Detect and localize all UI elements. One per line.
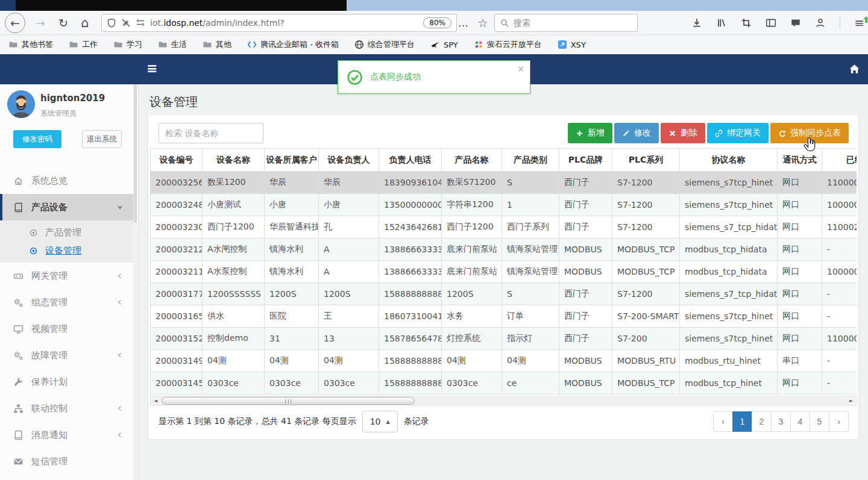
download-icon[interactable]: [691, 17, 702, 28]
account-icon[interactable]: [815, 17, 826, 28]
pager-page-2[interactable]: 2: [752, 411, 772, 432]
sidebar-item-组态管理[interactable]: 组态管理: [0, 289, 134, 316]
sidebar-toggle-icon[interactable]: ≡: [146, 61, 157, 76]
sidebar-item-partial[interactable]: [0, 475, 134, 480]
toast-message: 点表同步成功: [370, 72, 421, 83]
scroll-left-arrow[interactable]: ◄: [151, 396, 160, 405]
table-row[interactable]: 200003212A水闸控制镇海水利A13886663333底来门前泵站镇海泵站…: [151, 238, 857, 261]
scrollbar-thumb[interactable]: [162, 397, 415, 405]
scroll-right-arrow[interactable]: ►: [846, 396, 856, 405]
sidebar-item-保养计划[interactable]: 保养计划: [0, 369, 134, 395]
table-cell: ce: [502, 372, 559, 394]
library-icon[interactable]: [716, 17, 727, 28]
bookmark-star-icon[interactable]: ☆: [475, 14, 491, 32]
page-size-dropdown[interactable]: 10 ▲: [362, 411, 398, 432]
sidebar-item-故障管理[interactable]: 故障管理: [0, 342, 134, 369]
table-row[interactable]: 200003211A水泵控制镇海水利A13886663333底来门前泵站镇海泵站…: [151, 261, 857, 283]
pocket-icon[interactable]: [790, 17, 801, 28]
action-button-label: 修改: [634, 128, 651, 139]
table-row[interactable]: 200003230西门子1200华辰智通科技孔15243642681西门子120…: [151, 216, 857, 238]
table-cell: 镇海水利: [265, 261, 319, 283]
table-row[interactable]: 2000031771200SSSSSS1200S1200S15888888888…: [151, 283, 857, 305]
folder-icon: [69, 40, 78, 49]
table-row[interactable]: 200003152控制demo311315878656478灯控系统指示灯西门子…: [151, 328, 857, 350]
sidebar-item-消息通知[interactable]: 消息通知: [0, 422, 134, 448]
table-cell: 网口: [778, 194, 822, 216]
pager-page-5[interactable]: 5: [810, 411, 829, 432]
sidebar-item-产品设备[interactable]: 产品设备: [0, 194, 134, 220]
device-search-input[interactable]: [159, 123, 263, 143]
blocked-content-icon[interactable]: [121, 18, 131, 28]
screenshot-icon[interactable]: [741, 17, 752, 28]
chevron-left-icon: [116, 431, 124, 438]
pager-page-1[interactable]: 1: [732, 411, 752, 432]
action-button-label: 删除: [681, 128, 697, 139]
pager-page-4[interactable]: 4: [790, 411, 810, 432]
shield-icon[interactable]: [107, 18, 116, 28]
sidebar-item-label: 网关管理: [31, 270, 68, 282]
sidebar-item-label: 消息通知: [31, 429, 68, 441]
table-row[interactable]: 200003256数采1200华辰华辰18390936104数采S71200S西…: [151, 172, 857, 194]
action-button-新增[interactable]: 新增: [568, 123, 612, 143]
bookmark-item[interactable]: 腾讯企业邮箱 - 收件箱: [247, 39, 339, 50]
sidebar-subitem-产品管理[interactable]: 产品管理: [0, 223, 134, 242]
browser-search-input[interactable]: [514, 18, 632, 28]
table-cell: 13: [319, 328, 379, 350]
sidebar-item-短信管理[interactable]: 短信管理: [0, 448, 134, 475]
table-cell: MODBUS: [559, 261, 612, 283]
pager-prev-button[interactable]: ‹: [713, 411, 733, 432]
table-cell: 15243642681: [379, 216, 442, 238]
sidebar-scrollbar[interactable]: [133, 84, 137, 480]
action-button-绑定网关[interactable]: 绑定网关: [707, 123, 769, 143]
action-button-删除[interactable]: 删除: [661, 123, 705, 143]
forward-button[interactable]: →: [30, 13, 51, 33]
table-row[interactable]: 20000314904测04测04测1588888888804测04测MODBU…: [151, 350, 857, 372]
hamburger-menu-icon[interactable]: ≡: [854, 16, 864, 30]
column-header: 设备负责人: [319, 149, 379, 172]
sidebar-item-label: 联动控制: [31, 403, 68, 414]
bookmark-item[interactable]: 工作: [69, 39, 98, 50]
table-cell: 串口: [778, 350, 822, 372]
bookmark-item[interactable]: 萤石云开放平台: [474, 39, 542, 50]
table-row[interactable]: 2000031450303ce0303ce0303ce1588888888803…: [151, 372, 857, 394]
table-row[interactable]: 200003248小唐测试小唐小唐13500000000字符串12001西门子S…: [151, 194, 857, 216]
sidebar-item-label: 系统总览: [31, 175, 68, 187]
back-button[interactable]: ←: [5, 13, 25, 33]
bookmark-item[interactable]: XSY: [558, 40, 586, 49]
zoom-level-badge[interactable]: 80%: [423, 17, 451, 28]
bookmark-item[interactable]: 学习: [113, 39, 142, 50]
sidebars-icon[interactable]: [766, 17, 776, 28]
tencent-mail-icon: [247, 40, 257, 49]
permissions-icon[interactable]: [136, 18, 145, 28]
horizontal-scrollbar[interactable]: ◄ ►: [150, 396, 857, 406]
pager-page-3[interactable]: 3: [771, 411, 791, 432]
action-button-修改[interactable]: 修改: [614, 123, 659, 143]
page-actions-button[interactable]: …: [458, 14, 468, 32]
pager-next-button[interactable]: ›: [829, 411, 849, 432]
sidebar-item-系统总览[interactable]: 系统总览: [0, 167, 134, 194]
reload-button[interactable]: ↻: [53, 13, 74, 33]
table-cell: 字符串1200: [442, 194, 502, 216]
sidebar-item-联动控制[interactable]: 联动控制: [0, 395, 134, 422]
change-password-button[interactable]: 修改密码: [13, 130, 61, 148]
sidebar-item-视频管理[interactable]: 视频管理: [0, 316, 134, 342]
device-table-wrap: 设备编号设备名称设备所属客户设备负责人负责人电话产品名称产品类别PLC品牌PLC…: [150, 148, 857, 394]
url-bar[interactable]: iot.idosp.net/admin/index.html? 80%: [101, 14, 457, 32]
browser-home-button[interactable]: ⌂: [75, 13, 95, 33]
bookmark-item[interactable]: 生活: [158, 39, 187, 50]
logout-button[interactable]: 退出系统: [82, 130, 122, 148]
bookmark-item[interactable]: SPY: [430, 40, 458, 49]
bookmark-item[interactable]: 其他书签: [8, 39, 53, 50]
url-text[interactable]: iot.idosp.net/admin/index.html?: [150, 18, 418, 28]
browser-search-bar[interactable]: [494, 14, 638, 32]
app-home-icon[interactable]: [849, 63, 860, 76]
bookmark-item[interactable]: 综合管理平台: [354, 39, 415, 50]
table-cell: 200003149: [151, 350, 203, 372]
table-row[interactable]: 200003165供水医院王18607310041水务订单西门子S7-200-S…: [151, 305, 857, 328]
table-cell: 15878656478: [379, 328, 442, 350]
sidebar-item-网关管理[interactable]: 网关管理: [0, 263, 134, 289]
sidebar-scrollbar-thumb[interactable]: [134, 84, 137, 223]
sidebar-subitem-设备管理[interactable]: 设备管理: [0, 242, 134, 260]
bookmark-item[interactable]: 其他: [203, 39, 231, 50]
toast-close-icon[interactable]: ×: [517, 64, 524, 73]
